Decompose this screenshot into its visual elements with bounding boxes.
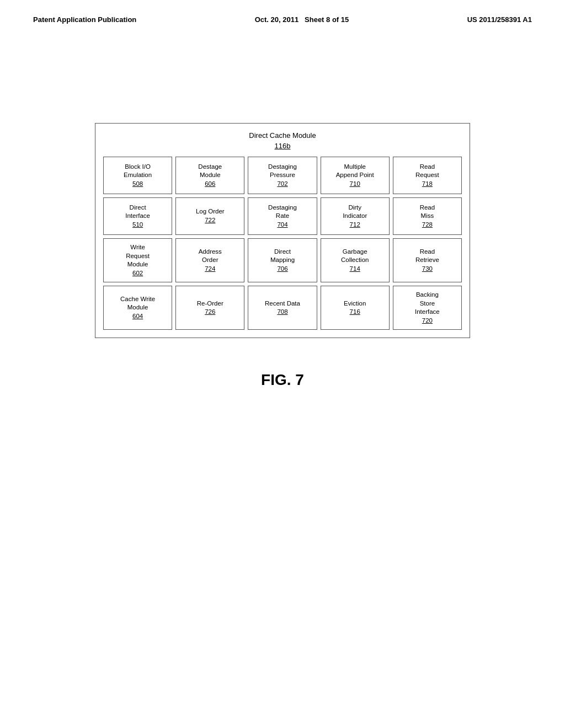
module-box: Block I/OEmulation508 [103, 157, 172, 194]
module-number: 728 [422, 221, 433, 229]
figure-label: FIG. 7 [261, 371, 304, 389]
module-box: Eviction716 [321, 286, 390, 330]
module-box: Re-Order726 [175, 286, 244, 330]
module-number: 720 [422, 317, 433, 325]
module-number: 704 [277, 221, 287, 229]
module-number: 722 [205, 216, 215, 225]
module-box: ReadMiss728 [393, 197, 462, 235]
module-box: Cache WriteModule604 [103, 286, 172, 330]
module-box: Log Order722 [175, 197, 244, 235]
header-right: US 2011/258391 A1 [467, 15, 532, 24]
module-number: 604 [132, 312, 143, 321]
header-left: Patent Application Publication [33, 15, 136, 24]
module-number: 708 [277, 308, 287, 317]
module-box: DirectInterface510 [103, 197, 172, 235]
header-middle: Oct. 20, 2011 Sheet 8 of 15 [255, 15, 349, 24]
module-number: 602 [132, 269, 143, 278]
module-box: WriteRequestModule602 [103, 238, 172, 282]
module-number: 718 [422, 180, 433, 189]
module-number: 508 [132, 180, 143, 189]
diagram-container: Direct Cache Module 116b Block I/OEmulat… [95, 123, 470, 338]
diagram-title: Direct Cache Module [103, 131, 462, 140]
module-box: DirtyIndicator712 [321, 197, 390, 235]
module-grid: Block I/OEmulation508DestageModule606Des… [103, 157, 462, 330]
module-number: 702 [277, 180, 287, 189]
page-header: Patent Application Publication Oct. 20, … [0, 0, 565, 24]
module-number: 716 [350, 308, 360, 317]
module-number: 510 [132, 221, 143, 229]
module-box: GarbageCollection714 [321, 238, 390, 282]
module-number: 730 [422, 265, 433, 274]
module-number: 606 [205, 180, 215, 189]
module-number: 706 [277, 265, 287, 274]
module-box: DestageModule606 [175, 157, 244, 194]
module-box: DestagingPressure702 [248, 157, 317, 194]
module-box: Recent Data708 [248, 286, 317, 330]
main-content: Direct Cache Module 116b Block I/OEmulat… [0, 24, 565, 389]
module-number: 712 [350, 221, 360, 229]
module-box: DirectMapping706 [248, 238, 317, 282]
diagram-subtitle: 116b [103, 142, 462, 150]
module-box: ReadRetrieve730 [393, 238, 462, 282]
module-box: ReadRequest718 [393, 157, 462, 194]
module-box: MultipleAppend Point710 [321, 157, 390, 194]
module-number: 710 [350, 180, 360, 189]
module-box: AddressOrder724 [175, 238, 244, 282]
module-number: 726 [205, 308, 215, 317]
module-number: 724 [205, 265, 215, 274]
module-box: BackingStoreInterface720 [393, 286, 462, 330]
module-box: DestagingRate704 [248, 197, 317, 235]
module-number: 714 [350, 265, 360, 274]
